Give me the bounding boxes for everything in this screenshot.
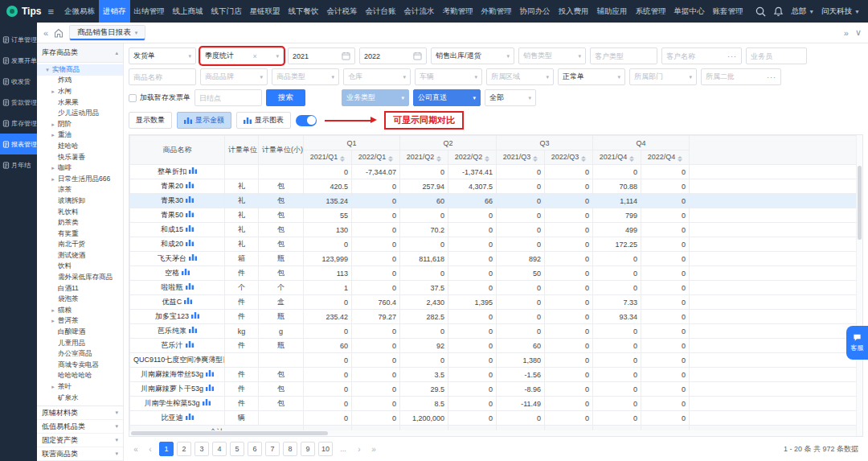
topbar-menu-item[interactable]: 线下餐饮: [285, 0, 323, 23]
collapse-tree-icon[interactable]: «: [43, 28, 48, 38]
topbar-menu-item[interactable]: 会计税筹: [323, 0, 362, 23]
salesman-field[interactable]: [746, 47, 807, 64]
rail-item[interactable]: 月年结: [0, 154, 37, 175]
table-row[interactable]: 和成15 礼 包 130070.20004990: [130, 223, 862, 237]
tree-caret-icon[interactable]: ▸: [50, 176, 56, 183]
tree-item[interactable]: 白酒11: [37, 283, 123, 294]
page-button[interactable]: 6: [248, 442, 262, 456]
sale-type-select[interactable]: 销售出库/退货 ▾: [431, 47, 514, 64]
show-quantity-button[interactable]: 显示数量: [129, 112, 172, 129]
show-amount-button[interactable]: 显示金额: [177, 112, 231, 129]
sort-icon[interactable]: [340, 156, 345, 163]
topbar-menu-item[interactable]: 辅助应用: [593, 0, 632, 23]
table-row[interactable]: 啦啦瓶 个 个 1037.500000: [130, 281, 862, 295]
sort-icon[interactable]: [629, 156, 634, 163]
customer-name-input[interactable]: [666, 52, 725, 60]
column-header[interactable]: 2022/Q1: [352, 150, 400, 165]
customer-type-input[interactable]: [595, 52, 653, 60]
stat-period-select[interactable]: 季度统计 × ▾: [200, 47, 284, 64]
tree-item[interactable]: 需外采低库存商品: [37, 272, 123, 283]
tree-caret-icon[interactable]: ▾: [44, 67, 51, 73]
column-header[interactable]: 2022/Q2: [448, 150, 497, 165]
customer-service-button[interactable]: 客服: [846, 326, 868, 360]
row-chart-icon[interactable]: [203, 398, 211, 405]
all-filter-select[interactable]: 全部 ▾: [485, 89, 536, 106]
row-chart-icon[interactable]: [186, 239, 194, 246]
page-button[interactable]: 1: [159, 442, 174, 456]
topbar-menu-item[interactable]: 企微易栋: [60, 0, 99, 23]
sort-icon[interactable]: [388, 156, 393, 163]
tree-item[interactable]: 矿泉水: [37, 393, 123, 404]
column-header[interactable]: 2022/Q3: [545, 150, 593, 165]
page-button[interactable]: 5: [230, 442, 244, 456]
tree-item[interactable]: 凉茶: [37, 185, 123, 196]
column-header[interactable]: 2021/Q2: [400, 150, 448, 165]
tree-item[interactable]: ▸ 重油: [37, 130, 123, 142]
topbar-menu-item[interactable]: 进销存: [99, 0, 130, 23]
rail-item[interactable]: 发票开单: [0, 50, 37, 71]
warehouse-select[interactable]: 仓库 ▾: [343, 68, 411, 85]
sort-icon[interactable]: [485, 156, 489, 163]
column-header[interactable]: 2022/Q4: [641, 150, 690, 165]
page-button[interactable]: 4: [212, 442, 227, 456]
table-row[interactable]: 川南学生榨菜53g 件 包 008.50-11.49000: [130, 397, 862, 411]
region-select[interactable]: 所属区域 ▾: [486, 68, 554, 85]
table-row[interactable]: 青果50 礼 包 55000007990: [130, 208, 862, 223]
page-button[interactable]: 7: [265, 442, 280, 456]
topbar-menu-item[interactable]: 外勤管理: [477, 0, 516, 23]
table-row[interactable]: 比亚迪 辆 001,200,00000000: [130, 411, 862, 426]
row-chart-icon[interactable]: [186, 340, 194, 348]
bell-icon[interactable]: [773, 6, 784, 17]
row-chart-icon[interactable]: [191, 311, 199, 319]
vehicle-select[interactable]: 车辆 ▾: [415, 68, 482, 85]
brand[interactable]: Tips: [6, 6, 41, 17]
sales-kind-select[interactable]: 销售类型 ▾: [518, 47, 586, 64]
load-draft-checkbox[interactable]: 加载暂存发票单: [129, 93, 190, 103]
page-button[interactable]: 2: [177, 442, 191, 456]
home-icon[interactable]: [54, 28, 63, 38]
sort-icon[interactable]: [581, 156, 586, 163]
next-page-icon[interactable]: ›: [354, 445, 365, 454]
tree-item[interactable]: ▸ 日常生活用品666: [37, 174, 123, 185]
business-type-select[interactable]: 业务类型 ▾: [342, 89, 409, 106]
row-chart-icon[interactable]: [182, 268, 190, 275]
company-dropdown[interactable]: 问天科技 ▼: [821, 6, 860, 17]
tree-item[interactable]: ▾ 实物商品: [37, 64, 123, 76]
tree-item[interactable]: ▸ 咖啡: [37, 163, 123, 174]
year-to-picker[interactable]: 2022: [359, 47, 427, 64]
tree-item[interactable]: 商城专卖电器: [37, 360, 123, 371]
doc-type-select[interactable]: 发货单 ▾: [129, 47, 196, 64]
topbar-menu-item[interactable]: 出纳管理: [130, 0, 169, 23]
column-header[interactable]: 2021/Q1: [304, 150, 352, 165]
scrollbar-thumb[interactable]: [131, 431, 328, 435]
table-row[interactable]: 川南麻辣海带丝53g 件 包 003.50-1.56000: [130, 368, 862, 382]
product-name-input[interactable]: [133, 73, 191, 81]
tree-item[interactable]: 测试烧酒: [37, 250, 123, 261]
tree-item[interactable]: 白酿啤酒: [37, 327, 123, 338]
search-icon[interactable]: [755, 6, 766, 17]
row-chart-icon[interactable]: [206, 384, 214, 391]
col-unit-small[interactable]: 计量单位(小): [259, 136, 304, 165]
tree-item[interactable]: 袋泡茶: [37, 294, 123, 305]
tree-item[interactable]: 儿童用品: [37, 338, 123, 349]
topbar-menu-item[interactable]: 线上商城: [169, 0, 207, 23]
tree-caret-icon[interactable]: ▸: [50, 165, 56, 171]
row-chart-icon[interactable]: [186, 224, 194, 232]
product-name-field[interactable]: [129, 68, 196, 85]
page-button[interactable]: 3: [194, 442, 209, 456]
page-button[interactable]: 9: [301, 442, 315, 456]
table-row[interactable]: 青果30 礼 包 135.2406066001,1140: [130, 194, 862, 208]
sort-icon[interactable]: [678, 156, 682, 163]
page-button[interactable]: ...: [336, 442, 350, 456]
topbar-menu-item[interactable]: 系统管理: [632, 0, 670, 23]
tree-item[interactable]: ▸ 普洱茶: [37, 316, 123, 327]
day-point-input[interactable]: [199, 94, 257, 102]
last-page-icon[interactable]: »: [368, 445, 379, 454]
tree-caret-icon[interactable]: ▸: [50, 121, 56, 128]
more-icon[interactable]: ···: [727, 52, 737, 60]
rail-item[interactable]: 收发货: [0, 71, 37, 92]
row-chart-icon[interactable]: [189, 167, 197, 174]
year-from-picker[interactable]: 2021: [288, 47, 355, 64]
topbar-menu-item[interactable]: 会计流水: [400, 0, 439, 23]
tree-caret-icon[interactable]: ▸: [50, 132, 56, 138]
